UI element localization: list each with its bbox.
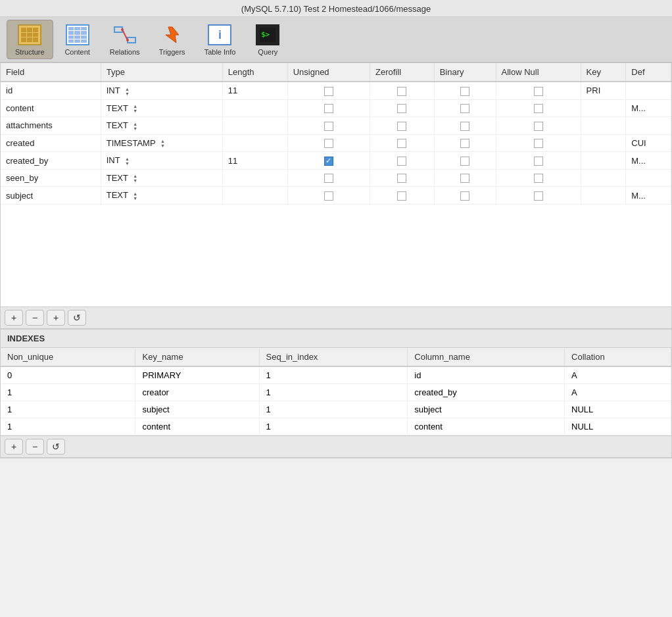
cell-def: [626, 82, 671, 99]
cell-key: [581, 152, 626, 170]
index-row[interactable]: 0PRIMARY1idA: [1, 366, 671, 384]
cell-allownull[interactable]: [496, 82, 581, 99]
cell-type: TIMESTAMP ▲▼: [101, 134, 222, 152]
col-def: Def: [626, 63, 671, 82]
cell-zerofill[interactable]: [370, 134, 435, 152]
toolbar-item-query[interactable]: $> Query: [245, 20, 291, 59]
toolbar-item-tableinfo[interactable]: i Table Info: [197, 20, 244, 59]
index-row[interactable]: 1subject1subjectNULL: [1, 401, 671, 418]
toolbar-item-content[interactable]: Content: [55, 20, 101, 59]
structure-row[interactable]: idINT ▲▼11PRI: [1, 82, 671, 99]
query-icon: $>: [254, 23, 281, 47]
toolbar-item-relations[interactable]: Relations: [102, 20, 148, 59]
cell-binary[interactable]: [434, 169, 496, 187]
cell-seq-in_index: 1: [259, 418, 408, 435]
cell-collation: NULL: [565, 401, 671, 418]
add-index-button[interactable]: +: [5, 439, 23, 455]
cell-field: id: [1, 82, 101, 99]
cell-field: content: [1, 99, 101, 117]
index-row[interactable]: 1creator1created_byA: [1, 384, 671, 401]
cell-unsigned[interactable]: [287, 169, 370, 187]
cell-zerofill[interactable]: [370, 187, 435, 205]
cell-zerofill[interactable]: [370, 152, 435, 170]
toolbar-label-structure: Structure: [15, 48, 45, 56]
cell-unsigned[interactable]: [287, 82, 370, 99]
refresh-fields-button[interactable]: ↺: [68, 310, 86, 326]
cell-column-name: subject: [408, 401, 565, 418]
cell-allownull[interactable]: [496, 117, 581, 135]
cell-non-unique: 1: [1, 401, 135, 418]
structure-row[interactable]: createdTIMESTAMP ▲▼CUI: [1, 134, 671, 152]
cell-type: INT ▲▼: [101, 152, 222, 170]
toolbar-label-content: Content: [64, 48, 90, 56]
svg-line-2: [122, 30, 128, 40]
col-key-name: Key_name: [135, 348, 259, 366]
cell-unsigned[interactable]: [287, 152, 370, 170]
remove-index-button[interactable]: −: [26, 439, 44, 455]
cell-binary[interactable]: [434, 152, 496, 170]
triggers-icon: [159, 23, 185, 47]
cell-seq-in_index: 1: [259, 401, 408, 418]
structure-bottom-toolbar: + − + ↺: [1, 307, 671, 329]
toolbar: Structure Content Relations: [0, 17, 672, 62]
col-allownull: Allow Null: [496, 63, 581, 82]
cell-binary[interactable]: [434, 134, 496, 152]
indexes-section: INDEXES Non_unique Key_name Seq_in_index…: [1, 329, 671, 435]
cell-seq-in_index: 1: [259, 384, 408, 401]
cell-allownull[interactable]: [496, 99, 581, 117]
title-bar: (MySQL 5.7.10) Test 2 Homestead/1066/mes…: [0, 0, 672, 17]
cell-key: [581, 117, 626, 135]
structure-table: Field Type Length Unsigned Zerofill Bina…: [1, 63, 671, 205]
cell-allownull[interactable]: [496, 187, 581, 205]
structure-table-area[interactable]: Field Type Length Unsigned Zerofill Bina…: [1, 63, 671, 307]
structure-row[interactable]: seen_byTEXT ▲▼: [1, 169, 671, 187]
cell-unsigned[interactable]: [287, 134, 370, 152]
cell-zerofill[interactable]: [370, 169, 435, 187]
title-text: (MySQL 5.7.10) Test 2 Homestead/1066/mes…: [241, 4, 431, 14]
refresh-indexes-button[interactable]: ↺: [47, 439, 65, 455]
cell-type: TEXT ▲▼: [101, 117, 222, 135]
cell-zerofill[interactable]: [370, 99, 435, 117]
cell-field: subject: [1, 187, 101, 205]
svg-point-4: [126, 39, 129, 41]
cell-key: PRI: [581, 82, 626, 99]
toolbar-item-structure[interactable]: Structure: [7, 20, 53, 59]
structure-row[interactable]: subjectTEXT ▲▼M...: [1, 187, 671, 205]
cell-length: [222, 99, 287, 117]
index-row[interactable]: 1content1contentNULL: [1, 418, 671, 435]
structure-row[interactable]: created_byINT ▲▼11M...: [1, 152, 671, 170]
cell-binary[interactable]: [434, 117, 496, 135]
col-non-unique: Non_unique: [1, 348, 135, 366]
structure-table-header: Field Type Length Unsigned Zerofill Bina…: [1, 63, 671, 82]
cell-unsigned[interactable]: [287, 187, 370, 205]
cell-binary[interactable]: [434, 82, 496, 99]
cell-key-name: creator: [135, 384, 259, 401]
cell-zerofill[interactable]: [370, 117, 435, 135]
structure-row[interactable]: contentTEXT ▲▼M...: [1, 99, 671, 117]
cell-zerofill[interactable]: [370, 82, 435, 99]
add-field-button[interactable]: +: [5, 310, 23, 326]
col-length: Length: [222, 63, 287, 82]
cell-length: [222, 117, 287, 135]
cell-key-name: subject: [135, 401, 259, 418]
toolbar-item-triggers[interactable]: Triggers: [149, 20, 195, 59]
cell-unsigned[interactable]: [287, 117, 370, 135]
cell-binary[interactable]: [434, 187, 496, 205]
cell-allownull[interactable]: [496, 152, 581, 170]
cell-def: M...: [626, 187, 671, 205]
cell-binary[interactable]: [434, 99, 496, 117]
duplicate-field-button[interactable]: +: [47, 310, 65, 326]
col-seq-in-index: Seq_in_index: [259, 348, 408, 366]
cell-non-unique: 1: [1, 384, 135, 401]
col-key: Key: [581, 63, 626, 82]
main-content: Field Type Length Unsigned Zerofill Bina…: [0, 62, 672, 458]
structure-row[interactable]: attachmentsTEXT ▲▼: [1, 117, 671, 135]
col-type: Type: [101, 63, 222, 82]
remove-field-button[interactable]: −: [26, 310, 44, 326]
cell-allownull[interactable]: [496, 169, 581, 187]
cell-key: [581, 187, 626, 205]
cell-def: [626, 169, 671, 187]
cell-allownull[interactable]: [496, 134, 581, 152]
cell-key: [581, 169, 626, 187]
cell-unsigned[interactable]: [287, 99, 370, 117]
